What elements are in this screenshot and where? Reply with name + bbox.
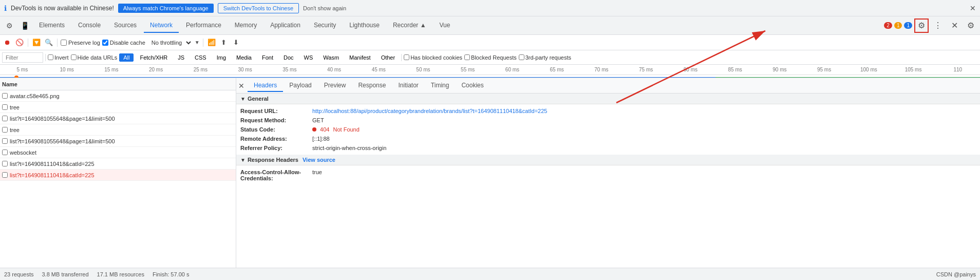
filter-ws-button[interactable]: WS <box>300 53 317 62</box>
list-item-checkbox[interactable] <box>2 172 8 178</box>
tab-recorder[interactable]: Recorder ▲ <box>387 18 432 33</box>
view-source-link[interactable]: View source <box>303 157 335 163</box>
access-control-label: Access-Control-Allow-Credentials: <box>240 169 312 181</box>
third-party-checkbox[interactable]: 3rd-party requests <box>519 54 571 61</box>
filter-wasm-button[interactable]: Wasm <box>319 53 343 62</box>
tab-cookies[interactable]: Cookies <box>455 80 489 92</box>
left-panel: Name avatar.c58e465.png tree list?t=1649… <box>0 78 236 268</box>
filter-fetch-xhr-button[interactable]: Fetch/XHR <box>136 53 172 62</box>
response-headers-section-header[interactable]: ▼ Response Headers View source <box>236 155 980 165</box>
status-code-number: 404 <box>320 126 329 133</box>
list-item-checkbox[interactable] <box>2 104 8 110</box>
export-icon[interactable]: ⬇ <box>231 38 241 48</box>
record-icon[interactable]: ⏺ <box>2 38 12 48</box>
wifi-icon[interactable]: 📶 <box>206 38 217 48</box>
filter-all-button[interactable]: All <box>119 53 134 62</box>
general-section-header[interactable]: ▼ General <box>236 94 980 104</box>
statusbar-finish: Finish: 57.00 s <box>153 271 190 277</box>
dock-settings-icon[interactable]: ⚙ <box>964 18 978 33</box>
filter-js-button[interactable]: JS <box>174 53 189 62</box>
filter-css-button[interactable]: CSS <box>191 53 211 62</box>
timeline-label-80ms: 80 ms <box>668 67 713 72</box>
timeline-label-30ms: 30 ms <box>223 67 268 72</box>
list-item[interactable]: avatar.c58e465.png <box>0 90 236 102</box>
import-icon[interactable]: ⬆ <box>219 38 229 48</box>
filter-media-button[interactable]: Media <box>232 53 256 62</box>
list-item-checkbox[interactable] <box>2 138 8 144</box>
disable-cache-checkbox[interactable]: Disable cache <box>102 40 145 46</box>
tab-security[interactable]: Security <box>308 18 342 33</box>
list-item[interactable]: list?t=1649081055648&page=1&limit=500 <box>0 113 236 124</box>
device-mode-icon[interactable]: 📱 <box>17 18 32 33</box>
close-devtools-icon[interactable]: ✕ <box>947 18 962 33</box>
third-party-input[interactable] <box>519 54 524 60</box>
filter-input[interactable] <box>2 52 43 63</box>
preserve-log-checkbox[interactable]: Preserve log <box>61 40 100 46</box>
more-options-icon[interactable]: ⋮ <box>931 18 945 33</box>
list-item-checkbox[interactable] <box>2 150 8 155</box>
clear-icon[interactable]: 🚫 <box>14 38 25 48</box>
close-detail-icon[interactable]: ✕ <box>238 82 244 90</box>
throttle-select[interactable]: No throttling <box>147 38 193 47</box>
third-party-label: 3rd-party requests <box>525 54 571 61</box>
tab-response[interactable]: Response <box>352 80 392 92</box>
tab-memory[interactable]: Memory <box>229 18 263 33</box>
timeline-blue-bar <box>0 77 715 78</box>
filter-other-button[interactable]: Other <box>377 53 400 62</box>
list-item-name: avatar.c58e465.png <box>10 93 60 99</box>
list-item[interactable]: websocket <box>0 147 236 158</box>
list-item[interactable]: tree <box>0 124 236 136</box>
tab-lighthouse[interactable]: Lighthouse <box>343 18 386 33</box>
tab-initiator[interactable]: Initiator <box>392 80 424 92</box>
settings-icon[interactable]: ⚙ <box>914 18 929 33</box>
preserve-log-input[interactable] <box>61 40 67 46</box>
list-item[interactable]: tree <box>0 102 236 113</box>
tab-vue[interactable]: Vue <box>434 18 457 33</box>
search-icon[interactable]: 🔍 <box>44 38 54 48</box>
list-item-checkbox[interactable] <box>2 93 8 99</box>
list-item[interactable]: list?t=1649081110418&catId=225 <box>0 158 236 170</box>
list-item-checkbox[interactable] <box>2 127 8 133</box>
filter-icon[interactable]: 🔽 <box>31 38 42 48</box>
list-item[interactable]: list?t=1649081055648&page=1&limit=500 <box>0 136 236 147</box>
filter-divider-2 <box>401 54 402 61</box>
has-blocked-cookies-input[interactable] <box>404 54 409 60</box>
match-language-button[interactable]: Always match Chrome's language <box>118 4 214 13</box>
tab-preview[interactable]: Preview <box>318 80 352 92</box>
filter-manifest-button[interactable]: Manifest <box>345 53 375 62</box>
filter-divider <box>45 54 46 61</box>
filter-font-button[interactable]: Font <box>258 53 277 62</box>
invert-checkbox[interactable]: Invert <box>48 54 69 61</box>
blocked-requests-input[interactable] <box>464 54 470 60</box>
tab-console[interactable]: Console <box>72 18 107 33</box>
tab-timing[interactable]: Timing <box>425 80 456 92</box>
tab-performance[interactable]: Performance <box>180 18 228 33</box>
response-headers-body: Access-Control-Allow-Credentials: true <box>236 165 980 185</box>
tab-elements[interactable]: Elements <box>33 18 71 33</box>
timeline-label-35ms: 35 ms <box>267 67 312 72</box>
has-blocked-cookies-checkbox[interactable]: Has blocked cookies <box>404 54 462 61</box>
tab-application[interactable]: Application <box>264 18 307 33</box>
disable-cache-input[interactable] <box>102 40 108 46</box>
filter-doc-button[interactable]: Doc <box>279 53 298 62</box>
request-url-link[interactable]: http://localhost:88/api/product/category… <box>312 108 547 114</box>
banner-close-button[interactable]: ✕ <box>970 4 976 12</box>
tab-headers[interactable]: Headers <box>248 80 283 92</box>
tab-network[interactable]: Network <box>144 18 179 33</box>
tab-payload[interactable]: Payload <box>283 80 317 92</box>
hide-data-urls-checkbox[interactable]: Hide data URLs <box>71 54 118 61</box>
switch-language-button[interactable]: Switch DevTools to Chinese <box>218 3 299 13</box>
timeline-label-85ms: 85 ms <box>713 67 758 72</box>
tab-sources[interactable]: Sources <box>108 18 143 33</box>
blocked-requests-checkbox[interactable]: Blocked Requests <box>464 54 517 61</box>
invert-input[interactable] <box>48 54 53 60</box>
hide-data-urls-input[interactable] <box>71 54 77 60</box>
list-item-selected[interactable]: list?t=1649081110418&catId=225 <box>0 170 236 181</box>
filter-img-button[interactable]: Img <box>213 53 230 62</box>
list-item-checkbox[interactable] <box>2 116 8 121</box>
dismiss-button[interactable]: Don't show again <box>303 5 346 11</box>
error-badge: 2 <box>884 22 892 29</box>
list-item-name: tree <box>10 127 20 133</box>
request-list[interactable]: avatar.c58e465.png tree list?t=164908105… <box>0 90 236 268</box>
list-item-checkbox[interactable] <box>2 161 8 166</box>
